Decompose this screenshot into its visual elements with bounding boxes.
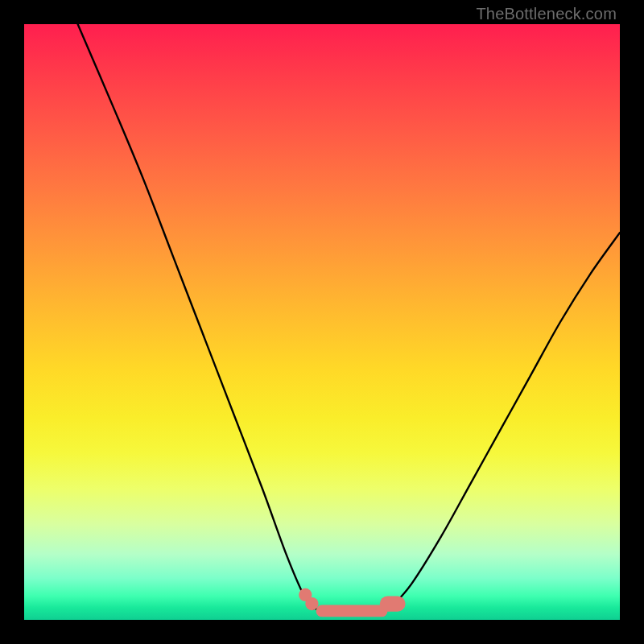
marker-group	[299, 588, 405, 617]
bottleneck-curve	[78, 24, 620, 612]
plateau-bar	[316, 605, 388, 617]
curve-layer	[24, 24, 620, 620]
chart-frame: TheBottleneck.com	[0, 0, 644, 644]
curve-group	[78, 24, 620, 612]
right-blob	[380, 596, 406, 611]
attribution-text: TheBottleneck.com	[476, 5, 617, 23]
plot-area	[24, 24, 620, 620]
left-dot-2	[305, 597, 318, 610]
